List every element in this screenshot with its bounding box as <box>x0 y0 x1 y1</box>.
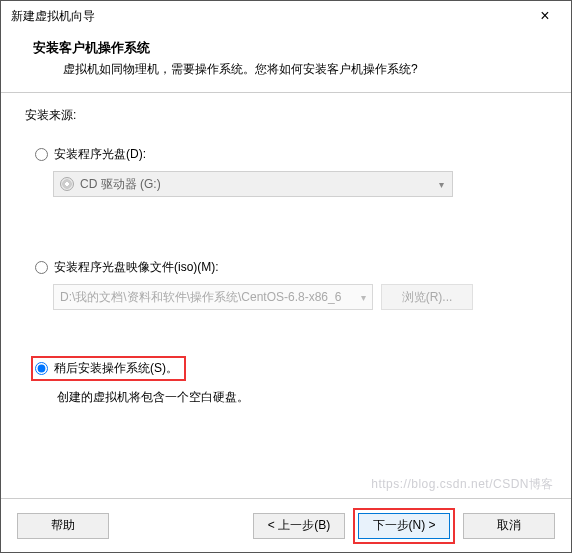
close-icon[interactable]: × <box>525 7 565 25</box>
wizard-header: 安装客户机操作系统 虚拟机如同物理机，需要操作系统。您将如何安装客户机操作系统? <box>1 31 571 92</box>
content-area: 安装来源: 安装程序光盘(D): CD 驱动器 (G:) ▾ 安装程序光盘映像文… <box>1 93 571 498</box>
cd-drive-text: CD 驱动器 (G:) <box>80 176 161 193</box>
back-button[interactable]: < 上一步(B) <box>253 513 345 539</box>
window-title: 新建虚拟机向导 <box>11 8 95 25</box>
iso-row: D:\我的文档\资料和软件\操作系统\CentOS-6.8-x86_6 ▾ 浏览… <box>53 284 547 310</box>
radio-installer-disc-input[interactable] <box>35 148 48 161</box>
radio-iso-input[interactable] <box>35 261 48 274</box>
highlight-later-option: 稍后安装操作系统(S)。 <box>31 356 186 381</box>
page-subtitle: 虚拟机如同物理机，需要操作系统。您将如何安装客户机操作系统? <box>19 61 553 78</box>
cancel-button[interactable]: 取消 <box>463 513 555 539</box>
browse-button[interactable]: 浏览(R)... <box>381 284 473 310</box>
page-title: 安装客户机操作系统 <box>19 39 553 57</box>
titlebar: 新建虚拟机向导 × <box>1 1 571 31</box>
cd-icon <box>60 177 74 191</box>
iso-path-combo[interactable]: D:\我的文档\资料和软件\操作系统\CentOS-6.8-x86_6 ▾ <box>53 284 373 310</box>
help-button[interactable]: 帮助 <box>17 513 109 539</box>
radio-later-label[interactable]: 稍后安装操作系统(S)。 <box>54 360 178 377</box>
radio-later-row: 稍后安装操作系统(S)。 <box>31 356 547 381</box>
radio-installer-disc[interactable]: 安装程序光盘(D): <box>35 146 547 163</box>
radio-later-input[interactable] <box>35 362 48 375</box>
next-button[interactable]: 下一步(N) > <box>358 513 450 539</box>
later-description: 创建的虚拟机将包含一个空白硬盘。 <box>57 389 547 406</box>
chevron-down-icon: ▾ <box>439 179 444 190</box>
source-label: 安装来源: <box>25 107 547 124</box>
cd-drive-combo[interactable]: CD 驱动器 (G:) ▾ <box>53 171 453 197</box>
radio-iso[interactable]: 安装程序光盘映像文件(iso)(M): <box>35 259 547 276</box>
highlight-next-button: 下一步(N) > <box>353 508 455 544</box>
wizard-footer: 帮助 < 上一步(B) 下一步(N) > 取消 <box>1 498 571 552</box>
chevron-down-icon: ▾ <box>361 292 366 303</box>
wizard-window: 新建虚拟机向导 × 安装客户机操作系统 虚拟机如同物理机，需要操作系统。您将如何… <box>0 0 572 553</box>
radio-iso-label: 安装程序光盘映像文件(iso)(M): <box>54 259 219 276</box>
radio-installer-disc-label: 安装程序光盘(D): <box>54 146 146 163</box>
iso-path-text: D:\我的文档\资料和软件\操作系统\CentOS-6.8-x86_6 <box>60 289 341 306</box>
